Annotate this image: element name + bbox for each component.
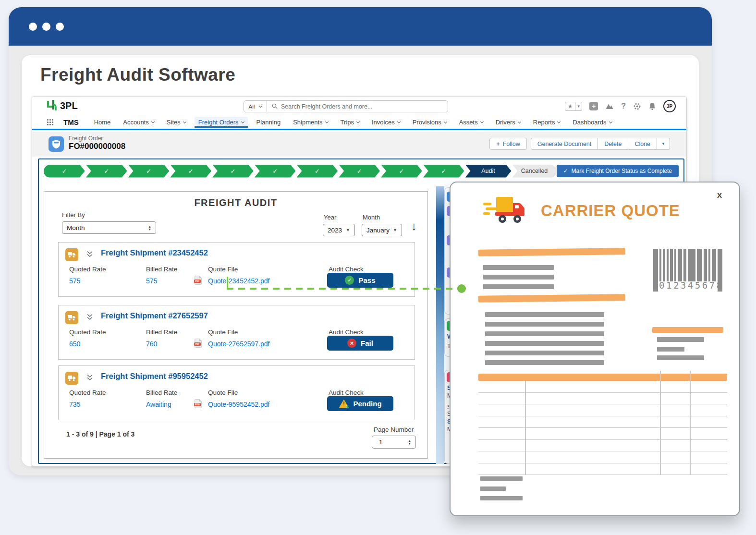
global-search: All bbox=[244, 100, 448, 112]
favorites-button[interactable]: ★ ▼ bbox=[565, 102, 582, 111]
search-icon bbox=[272, 102, 278, 111]
stepper-icon[interactable]: ▲▼ bbox=[148, 225, 151, 231]
month-select[interactable]: January ▼ bbox=[362, 224, 402, 236]
connector-dashed-line bbox=[227, 288, 459, 290]
doc-text-line bbox=[657, 337, 704, 342]
panel-title: FREIGHT AUDIT bbox=[44, 197, 427, 208]
quote-file-link[interactable]: Quote-95952452.pdf bbox=[208, 401, 269, 408]
shipment-title-link[interactable]: Freight Shipment #95952452 bbox=[101, 372, 208, 381]
nav-item-planning[interactable]: Planning bbox=[253, 117, 285, 128]
mark-complete-button[interactable]: ✓ Mark Freight Order Status as Complete bbox=[557, 165, 679, 177]
nav-item-accounts[interactable]: Accounts bbox=[119, 117, 158, 128]
chevron-down-icon bbox=[259, 104, 262, 108]
path-stage-complete[interactable]: ✓ bbox=[339, 165, 380, 178]
billed-rate-value[interactable]: 760 bbox=[146, 340, 157, 348]
nav-item-reports[interactable]: Reports bbox=[529, 117, 564, 128]
shipment-card: Freight Shipment #27652597 Quoted Rate B… bbox=[58, 305, 415, 360]
path-stage-complete[interactable]: ✓ bbox=[297, 165, 338, 178]
path-stage-complete[interactable]: ✓ bbox=[170, 165, 211, 178]
billed-rate-value[interactable]: 575 bbox=[146, 277, 157, 285]
nav-item-assets[interactable]: Assets bbox=[455, 117, 487, 128]
expand-chevrons-icon[interactable] bbox=[86, 250, 94, 260]
audit-status-pass-button[interactable]: ✓ Pass bbox=[327, 273, 393, 288]
path-stage-complete[interactable]: ✓ bbox=[255, 165, 296, 178]
nav-item-trips[interactable]: Trips bbox=[337, 117, 363, 128]
page-number-input[interactable]: 1 ▲▼ bbox=[372, 436, 416, 449]
year-select[interactable]: 2023 ▼ bbox=[323, 224, 355, 236]
nav-item-drivers[interactable]: Drivers bbox=[492, 117, 524, 128]
sales-path: ✓ ✓ ✓ ✓ ✓ ✓ ✓ ✓ ✓ ✓ Audit Cancelled ✓ Ma… bbox=[44, 164, 679, 178]
app-launcher-icon[interactable] bbox=[47, 119, 54, 126]
billed-rate-value[interactable]: Awaiting bbox=[146, 401, 171, 408]
truck-icon bbox=[65, 248, 78, 261]
quote-file-label: Quote File bbox=[208, 266, 238, 273]
nav-item-shipments[interactable]: Shipments bbox=[289, 117, 331, 128]
x-circle-icon: × bbox=[347, 339, 356, 348]
window-dot-icon bbox=[29, 23, 37, 31]
decorative-gradient-strip bbox=[436, 186, 444, 464]
chevron-down-icon bbox=[241, 120, 244, 123]
chevron-down-icon bbox=[151, 120, 155, 123]
path-stage-complete[interactable]: ✓ bbox=[381, 165, 422, 178]
close-button[interactable]: X bbox=[717, 191, 722, 199]
quote-file-link[interactable]: Quote-27652597.pdf bbox=[208, 340, 269, 348]
truck-icon bbox=[65, 311, 78, 324]
search-input[interactable] bbox=[281, 103, 448, 110]
generate-document-button[interactable]: Generate Document bbox=[531, 138, 598, 150]
path-stage-cancelled[interactable]: Cancelled bbox=[512, 165, 557, 178]
nav-item-freight-orders[interactable]: Freight Orders bbox=[195, 117, 248, 128]
gear-icon[interactable] bbox=[633, 102, 641, 110]
path-stage-complete[interactable]: ✓ bbox=[128, 165, 170, 178]
billed-rate-label: Billed Rate bbox=[146, 266, 177, 273]
path-stage-complete[interactable]: ✓ bbox=[44, 165, 85, 178]
month-label: Month bbox=[363, 214, 380, 221]
global-actions-icon[interactable]: + bbox=[589, 102, 598, 110]
year-value: 2023 bbox=[328, 227, 342, 234]
stepper-icon[interactable]: ▲▼ bbox=[408, 439, 411, 445]
pdf-icon: PDF bbox=[195, 276, 202, 285]
delivery-truck-icon bbox=[483, 195, 527, 225]
bell-icon[interactable] bbox=[648, 102, 656, 110]
audit-status-pending-button[interactable]: ! Pending bbox=[327, 396, 393, 411]
user-avatar[interactable]: 3P bbox=[663, 100, 676, 112]
doc-text-line bbox=[480, 496, 523, 500]
path-stage-complete[interactable]: ✓ bbox=[423, 165, 464, 178]
nav-item-provisions[interactable]: Provisions bbox=[409, 117, 451, 128]
download-arrow-icon[interactable]: ↓ bbox=[411, 219, 417, 233]
doc-text-line bbox=[483, 284, 554, 289]
quoted-rate-value[interactable]: 650 bbox=[69, 340, 80, 348]
shipment-title-link[interactable]: Freight Shipment #27652597 bbox=[101, 311, 208, 320]
doc-text-line bbox=[485, 312, 604, 317]
doc-text-line bbox=[480, 486, 506, 491]
expand-chevrons-icon[interactable] bbox=[86, 374, 94, 383]
doc-text-line bbox=[483, 275, 554, 280]
nav-item-home[interactable]: Home bbox=[90, 117, 115, 128]
clone-button[interactable]: Clone bbox=[628, 138, 657, 150]
nav-item-sites[interactable]: Sites bbox=[163, 117, 190, 128]
shipment-title-link[interactable]: Freight Shipment #23452452 bbox=[101, 248, 208, 257]
quote-file-link[interactable]: Quote-23452452.pdf bbox=[208, 277, 269, 285]
quoted-rate-value[interactable]: 735 bbox=[69, 401, 80, 408]
path-stage-complete[interactable]: ✓ bbox=[86, 165, 127, 178]
search-scope-select[interactable]: All bbox=[244, 101, 267, 112]
pdf-icon: PDF bbox=[195, 399, 202, 408]
nav-item-invoices[interactable]: Invoices bbox=[368, 117, 404, 128]
filter-by-combobox[interactable]: Month ▲▼ bbox=[62, 221, 156, 234]
billed-rate-label: Billed Rate bbox=[146, 328, 177, 336]
path-stage-audit[interactable]: Audit bbox=[465, 165, 512, 178]
delete-button[interactable]: Delete bbox=[598, 138, 628, 150]
trailhead-icon[interactable] bbox=[605, 102, 614, 110]
path-stage-complete[interactable]: ✓ bbox=[212, 165, 254, 178]
more-actions-button[interactable]: ▼ bbox=[657, 138, 670, 150]
doc-text-line bbox=[657, 347, 684, 352]
help-icon[interactable]: ? bbox=[621, 102, 626, 110]
quoted-rate-value[interactable]: 575 bbox=[69, 277, 80, 285]
audit-status-fail-button[interactable]: × Fail bbox=[327, 336, 393, 351]
filter-by-label: Filter By bbox=[62, 211, 85, 219]
chevron-down-icon bbox=[518, 120, 521, 123]
follow-button[interactable]: +Follow bbox=[489, 138, 526, 150]
logo-text: 3PL bbox=[60, 100, 78, 111]
nav-item-dashboards[interactable]: Dashboards bbox=[569, 117, 615, 128]
expand-chevrons-icon[interactable] bbox=[86, 313, 94, 323]
table-gridline bbox=[660, 371, 661, 475]
